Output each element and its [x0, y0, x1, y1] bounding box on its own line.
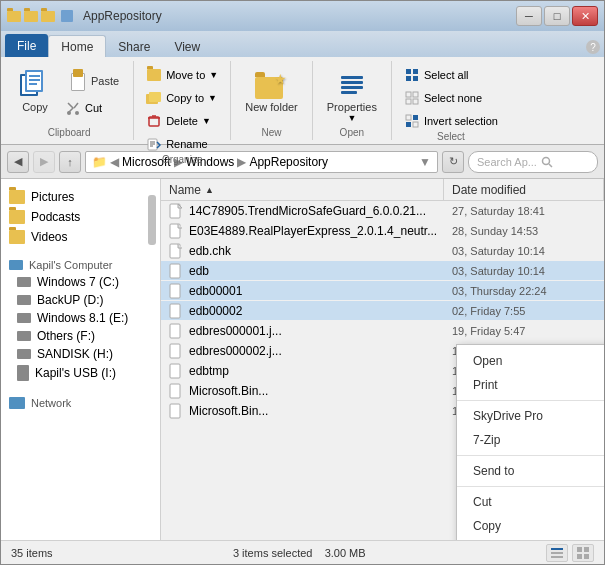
select-all-button[interactable]: Select all — [400, 65, 473, 85]
ctx-copy[interactable]: Copy — [457, 514, 604, 538]
file-name-cell: edb.chk — [161, 243, 444, 259]
drive-windows81[interactable]: Windows 8.1 (E:) — [1, 309, 160, 327]
svg-rect-32 — [584, 547, 589, 552]
select-all-icon — [404, 67, 420, 83]
delete-arrow: ▼ — [202, 116, 211, 126]
file-row-selected[interactable]: edb00002 02, Friday 7:55 — [161, 301, 604, 321]
sidebar-item-videos[interactable]: Videos — [1, 227, 160, 247]
pictures-label: Pictures — [31, 190, 74, 204]
ribbon-group-new: ★ New folder New — [231, 61, 313, 140]
refresh-button[interactable]: ↻ — [442, 151, 464, 173]
select-none-button[interactable]: Select none — [400, 88, 486, 108]
file-name: edb — [189, 264, 209, 278]
file-name-cell: edbres000001.j... — [161, 323, 444, 339]
rename-button[interactable]: Rename — [142, 134, 212, 154]
address-bar: ◀ ▶ ↑ 📁 ◀ Microsoft ▶ Windows ▶ AppRepos… — [1, 145, 604, 179]
file-row[interactable]: E03E4889.RealPlayerExpress_2.0.1.4_neutr… — [161, 221, 604, 241]
ctx-7zip-label: 7-Zip — [473, 433, 500, 447]
item-count: 35 items — [11, 547, 53, 559]
copy-button[interactable]: Copy — [13, 65, 57, 117]
svg-rect-27 — [170, 404, 180, 418]
selected-size: 3.00 MB — [325, 547, 366, 559]
delete-button[interactable]: Delete ▼ — [142, 111, 215, 131]
paste-button[interactable]: Paste — [61, 65, 125, 97]
tab-home[interactable]: Home — [48, 35, 106, 57]
invert-selection-button[interactable]: Invert selection — [400, 111, 502, 131]
tab-share[interactable]: Share — [106, 36, 162, 57]
file-name-cell: Microsoft.Bin... — [161, 383, 444, 399]
ctx-sendto[interactable]: Send to ▶ — [457, 459, 604, 483]
move-to-button[interactable]: Move to ▼ — [142, 65, 222, 85]
ctx-7zip[interactable]: 7-Zip ▶ — [457, 428, 604, 452]
file-name-cell: edb00002 — [161, 303, 444, 319]
file-date-cell: 03, Saturday 10:14 — [444, 265, 604, 277]
ctx-skydrive[interactable]: SkyDrive Pro ▶ — [457, 404, 604, 428]
select-none-icon — [404, 90, 420, 106]
sidebar: Pictures Podcasts Videos Kapil's Compute… — [1, 179, 161, 540]
back-button[interactable]: ◀ — [7, 151, 29, 173]
view-buttons — [546, 544, 594, 562]
file-row-selected[interactable]: edb 03, Saturday 10:14 — [161, 261, 604, 281]
paste-icon — [67, 69, 91, 93]
ctx-print[interactable]: Print — [457, 373, 604, 397]
dropdown-icon[interactable]: ▼ — [419, 155, 431, 169]
sidebar-item-pictures[interactable]: Pictures — [1, 187, 160, 207]
path-apprepository: AppRepository — [249, 155, 328, 169]
select-none-label: Select none — [424, 92, 482, 104]
ribbon-group-open: Properties ▼ Open — [313, 61, 392, 140]
cut-button[interactable]: Cut — [61, 98, 125, 118]
svg-rect-7 — [413, 76, 418, 81]
file-icon — [169, 263, 183, 279]
maximize-button[interactable]: □ — [544, 6, 570, 26]
tab-file[interactable]: File — [5, 34, 48, 57]
drive-sandisk[interactable]: SANDISK (H:) — [1, 345, 160, 363]
invert-selection-label: Invert selection — [424, 115, 498, 127]
drive-usb[interactable]: Kapil's USB (I:) — [1, 363, 160, 383]
sidebar-item-podcasts[interactable]: Podcasts — [1, 207, 160, 227]
ribbon-group-organize: Move to ▼ Copy to ▼ — [134, 61, 231, 140]
tab-view[interactable]: View — [162, 36, 212, 57]
drive-windows7[interactable]: Windows 7 (C:) — [1, 273, 160, 291]
file-name: 14C78905.TrendMicroSafeGuard_6.0.0.21... — [189, 204, 426, 218]
file-row[interactable]: edb.chk 03, Saturday 10:14 — [161, 241, 604, 261]
ctx-copy-label: Copy — [473, 519, 501, 533]
file-row[interactable]: edbres000001.j... 19, Friday 5:47 — [161, 321, 604, 341]
drive-backup[interactable]: BackUP (D:) — [1, 291, 160, 309]
context-menu: Open Print SkyDrive Pro ▶ 7-Zip ▶ Send t… — [456, 344, 604, 540]
file-name-cell: edbres000002.j... — [161, 343, 444, 359]
sidebar-scrollbar[interactable] — [148, 195, 156, 245]
ribbon-group-clipboard: Copy Paste — [5, 61, 134, 140]
tiles-view-button[interactable] — [572, 544, 594, 562]
file-row-selected[interactable]: edb00001 03, Thursday 22:24 — [161, 281, 604, 301]
open-content: Properties ▼ — [321, 61, 383, 127]
svg-rect-31 — [577, 547, 582, 552]
svg-rect-14 — [406, 122, 411, 127]
details-view-button[interactable] — [546, 544, 568, 562]
drive-others[interactable]: Others (F:) — [1, 327, 160, 345]
svg-rect-29 — [551, 552, 563, 554]
close-button[interactable]: ✕ — [572, 6, 598, 26]
copy-to-button[interactable]: Copy to ▼ — [142, 88, 221, 108]
rename-icon — [146, 136, 162, 152]
file-date: 19, Friday 5:47 — [452, 325, 525, 337]
col-date[interactable]: Date modified — [444, 179, 604, 200]
address-path[interactable]: 📁 ◀ Microsoft ▶ Windows ▶ AppRepository … — [85, 151, 438, 173]
help-button[interactable]: ? — [586, 40, 600, 54]
titlebar-left: AppRepository — [7, 9, 162, 23]
ctx-open[interactable]: Open — [457, 349, 604, 373]
up-button[interactable]: ↑ — [59, 151, 81, 173]
ctx-cut[interactable]: Cut — [457, 490, 604, 514]
properties-button[interactable]: Properties ▼ — [321, 65, 383, 127]
col-name[interactable]: Name ▲ — [161, 179, 444, 200]
clipboard-label: Clipboard — [48, 127, 91, 140]
svg-rect-23 — [170, 324, 180, 338]
file-icon — [169, 383, 183, 399]
ctx-separator2 — [457, 455, 604, 456]
new-folder-button[interactable]: ★ New folder — [239, 65, 304, 117]
minimize-button[interactable]: ─ — [516, 6, 542, 26]
ribbon-tabs: File Home Share View ? — [1, 31, 604, 57]
forward-button[interactable]: ▶ — [33, 151, 55, 173]
search-box[interactable]: Search Ap... — [468, 151, 598, 173]
file-row[interactable]: 14C78905.TrendMicroSafeGuard_6.0.0.21...… — [161, 201, 604, 221]
file-name: edb.chk — [189, 244, 231, 258]
